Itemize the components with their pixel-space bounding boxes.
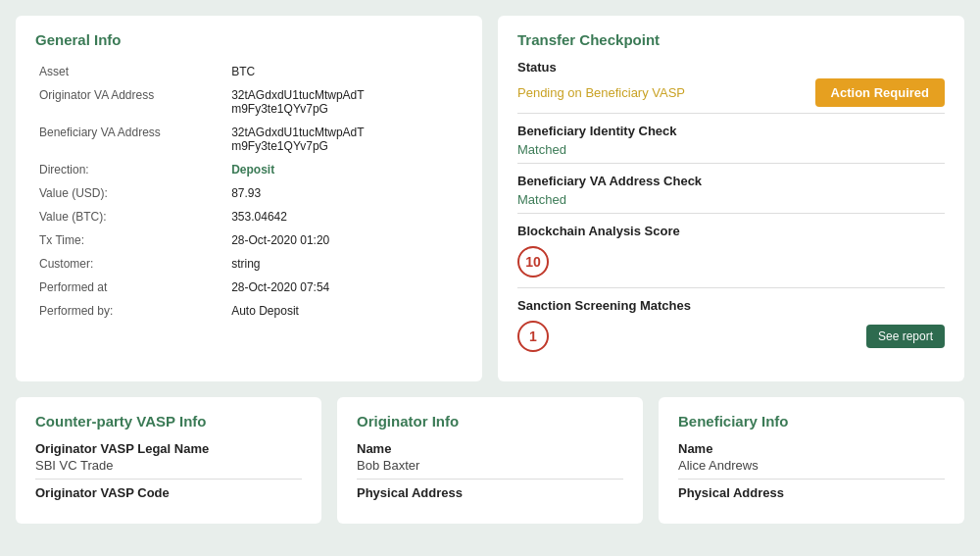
originator-name-section: Name Bob Baxter Physical Address bbox=[357, 441, 623, 500]
sanction-screening-section: Sanction Screening Matches 1 See report bbox=[517, 298, 945, 356]
direction-deposit: Deposit bbox=[231, 163, 274, 177]
originator-vasp-code-label: Originator VASP Code bbox=[35, 485, 302, 500]
beneficiary-name-label: Name bbox=[678, 441, 945, 456]
beneficiary-identity-check-section: Beneficiary Identity Check Matched bbox=[517, 124, 945, 164]
sanction-screening-row: 1 See report bbox=[517, 317, 945, 356]
divider bbox=[678, 479, 945, 480]
status-pending-text: Pending on Beneficiary VASP bbox=[517, 85, 685, 100]
table-row: Customer: string bbox=[35, 252, 463, 276]
value-usd-label: Value (USD): bbox=[35, 181, 227, 205]
beneficiary-va-value: 32tAGdxdU1tucMtwpAdTm9Fy3te1QYv7pG bbox=[227, 121, 463, 158]
direction-value: Deposit bbox=[227, 158, 463, 181]
beneficiary-name-section: Name Alice Andrews Physical Address bbox=[678, 441, 945, 500]
table-row: Beneficiary VA Address 32tAGdxdU1tucMtwp… bbox=[35, 121, 463, 158]
divider bbox=[357, 479, 623, 480]
asset-label: Asset bbox=[35, 60, 227, 83]
tx-time-value: 28-Oct-2020 01:20 bbox=[227, 228, 463, 252]
general-info-table: Asset BTC Originator VA Address 32tAGdxd… bbox=[35, 60, 463, 323]
table-row: Tx Time: 28-Oct-2020 01:20 bbox=[35, 228, 463, 252]
counter-party-vasp-title: Counter-party VASP Info bbox=[35, 413, 302, 430]
see-report-button[interactable]: See report bbox=[866, 325, 945, 348]
originator-name-label: Name bbox=[357, 441, 623, 456]
direction-label: Direction: bbox=[35, 158, 227, 181]
beneficiary-va-address-check-status: Matched bbox=[517, 192, 945, 207]
table-row: Performed by: Auto Deposit bbox=[35, 299, 463, 323]
beneficiary-va-address-check-label: Beneficiary VA Address Check bbox=[517, 174, 945, 188]
counter-party-vasp-card: Counter-party VASP Info Originator VASP … bbox=[16, 397, 321, 524]
divider bbox=[517, 163, 945, 164]
blockchain-score-badge: 10 bbox=[517, 246, 549, 278]
originator-info-title: Originator Info bbox=[357, 413, 623, 430]
divider bbox=[517, 113, 945, 114]
table-row: Value (USD): 87.93 bbox=[35, 181, 463, 205]
beneficiary-name-value: Alice Andrews bbox=[678, 458, 945, 473]
originator-vasp-legal-name-value: SBI VC Trade bbox=[35, 458, 302, 473]
status-section: Status Pending on Beneficiary VASP Actio… bbox=[517, 60, 945, 114]
performed-at-value: 28-Oct-2020 07:54 bbox=[227, 276, 463, 299]
transfer-checkpoint-title: Transfer Checkpoint bbox=[517, 31, 945, 48]
originator-vasp-legal-name-label: Originator VASP Legal Name bbox=[35, 441, 302, 456]
table-row: Originator VA Address 32tAGdxdU1tucMtwpA… bbox=[35, 83, 463, 121]
general-info-title: General Info bbox=[35, 31, 463, 48]
status-label: Status bbox=[517, 60, 945, 75]
beneficiary-identity-check-status: Matched bbox=[517, 142, 945, 157]
tx-time-label: Tx Time: bbox=[35, 228, 227, 252]
divider bbox=[35, 479, 302, 480]
value-btc-label: Value (BTC): bbox=[35, 205, 227, 228]
sanction-screening-label: Sanction Screening Matches bbox=[517, 298, 945, 313]
table-row: Direction: Deposit bbox=[35, 158, 463, 181]
table-row: Performed at 28-Oct-2020 07:54 bbox=[35, 276, 463, 299]
beneficiary-va-label: Beneficiary VA Address bbox=[35, 121, 227, 158]
asset-value: BTC bbox=[227, 60, 463, 83]
performed-at-label: Performed at bbox=[35, 276, 227, 299]
beneficiary-identity-check-label: Beneficiary Identity Check bbox=[517, 124, 945, 138]
action-required-button[interactable]: Action Required bbox=[815, 78, 945, 107]
beneficiary-va-address-check-section: Beneficiary VA Address Check Matched bbox=[517, 174, 945, 214]
status-row: Pending on Beneficiary VASP Action Requi… bbox=[517, 78, 945, 107]
originator-vasp-legal-name-section: Originator VASP Legal Name SBI VC Trade … bbox=[35, 441, 302, 500]
customer-label: Customer: bbox=[35, 252, 227, 276]
sanction-screening-count-badge: 1 bbox=[517, 321, 549, 352]
table-row: Value (BTC): 353.04642 bbox=[35, 205, 463, 228]
originator-physical-address-label: Physical Address bbox=[357, 485, 623, 500]
value-btc-value: 353.04642 bbox=[227, 205, 463, 228]
performed-by-value: Auto Deposit bbox=[227, 299, 463, 323]
originator-va-label: Originator VA Address bbox=[35, 83, 227, 121]
general-info-card: General Info Asset BTC Originator VA Add… bbox=[16, 16, 482, 381]
originator-info-card: Originator Info Name Bob Baxter Physical… bbox=[337, 397, 643, 524]
beneficiary-info-card: Beneficiary Info Name Alice Andrews Phys… bbox=[659, 397, 964, 524]
value-usd-value: 87.93 bbox=[227, 181, 463, 205]
divider bbox=[517, 213, 945, 214]
originator-va-value: 32tAGdxdU1tucMtwpAdTm9Fy3te1QYv7pG bbox=[227, 83, 463, 121]
table-row: Asset BTC bbox=[35, 60, 463, 83]
customer-value: string bbox=[227, 252, 463, 276]
transfer-checkpoint-card: Transfer Checkpoint Status Pending on Be… bbox=[498, 16, 964, 381]
blockchain-analysis-label: Blockchain Analysis Score bbox=[517, 224, 945, 238]
originator-name-value: Bob Baxter bbox=[357, 458, 623, 473]
performed-by-label: Performed by: bbox=[35, 299, 227, 323]
beneficiary-physical-address-label: Physical Address bbox=[678, 485, 945, 500]
divider bbox=[517, 287, 945, 288]
beneficiary-info-title: Beneficiary Info bbox=[678, 413, 945, 430]
blockchain-analysis-section: Blockchain Analysis Score 10 bbox=[517, 224, 945, 288]
